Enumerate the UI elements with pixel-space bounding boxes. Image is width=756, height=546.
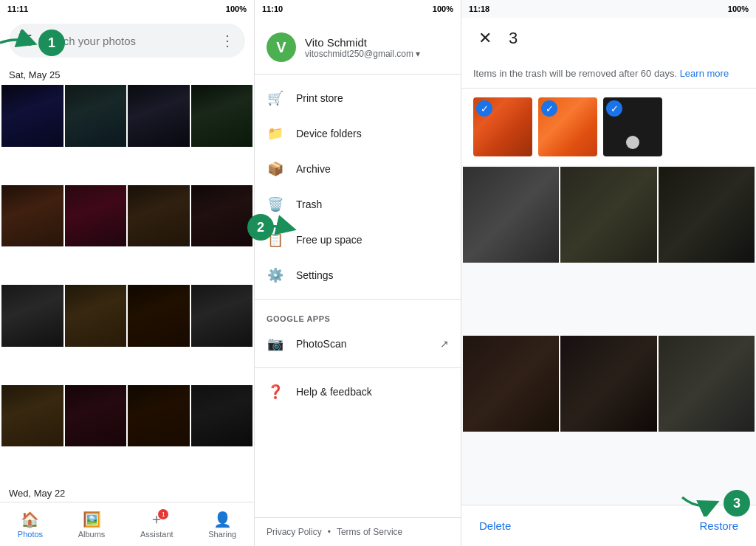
trash-header: ✕ 3 [461,18,756,59]
photo-cell[interactable] [65,385,127,447]
learn-more-link[interactable]: Learn more [680,68,729,79]
selected-thumb-1[interactable]: ✓ [473,97,532,156]
trash-photo-cell[interactable] [659,336,755,432]
terms-link[interactable]: Terms of Service [337,527,402,537]
check-icon-1: ✓ [476,100,492,117]
selected-photos-row: ✓ ✓ ✓ [461,89,756,165]
badge-3: 3 [724,490,750,516]
trash-label: Trash [296,198,322,210]
restore-button[interactable]: Restore [699,519,738,532]
print-store-icon: 🛒 [267,89,284,107]
battery-1: 100% [226,4,247,13]
trash-photo-grid [461,165,756,505]
user-info: Vito Schmidt vitoschmidt250@gmail.com ▾ [305,36,449,59]
photo-cell[interactable] [65,85,127,147]
badge-1: 1 [38,30,65,56]
trash-info-bar: Items in the trash will be removed after… [461,59,756,89]
bottom-nav: 🏠 Photos 🖼️ Albums ＋ 1 Assistant 👤 Shari… [0,502,254,546]
menu-item-photoscan[interactable]: 📷 PhotoScan ↗ [255,326,461,362]
menu-item-print-store[interactable]: 🛒 Print store [255,80,461,116]
selected-thumb-3[interactable]: ✓ [603,97,662,156]
external-link-icon: ↗ [440,338,449,350]
photo-grid [0,83,254,485]
battery-3: 100% [728,4,749,13]
nav-photos[interactable]: 🏠 Photos [9,508,52,542]
photo-cell[interactable] [128,85,190,147]
badge-2: 2 [247,214,274,241]
photo-cell[interactable] [191,185,253,247]
time-1: 11:11 [7,4,28,13]
nav-albums-label: Albums [78,530,106,539]
battery-2: 100% [433,4,453,13]
close-icon: ✕ [478,29,492,48]
nav-sharing-label: Sharing [208,530,236,539]
dropdown-icon[interactable]: ▾ [416,49,420,59]
photo-cell[interactable] [65,185,127,247]
footer-dot: • [328,527,331,537]
menu-footer: Privacy Policy • Terms of Service [255,517,461,546]
menu-items-list: 🛒 Print store 📁 Device folders 📦 Archive… [255,75,461,517]
photoscan-icon: 📷 [267,335,284,353]
albums-icon: 🖼️ [83,511,100,528]
search-input[interactable] [40,35,213,47]
photos-icon: 🏠 [21,511,39,528]
delete-button[interactable]: Delete [479,519,511,532]
trash-selected-count: 3 [509,29,744,48]
privacy-policy-link[interactable]: Privacy Policy [267,527,322,537]
trash-icon: 🗑️ [267,196,284,213]
status-bar-3: 11:18 100% [461,0,756,18]
google-apps-title: GOOGLE APPS [255,305,461,326]
assistant-icon: ＋ 1 [148,511,165,528]
photo-cell[interactable] [1,285,63,347]
menu-item-help[interactable]: ❓ Help & feedback [255,374,461,410]
check-icon-3: ✓ [606,100,622,117]
photo-cell[interactable] [128,185,190,247]
help-icon: ❓ [267,383,284,401]
user-avatar: V [267,32,296,62]
user-email: vitoschmidt250@gmail.com ▾ [305,49,449,59]
photo-cell[interactable] [128,285,190,347]
trash-photo-cell[interactable] [659,167,755,263]
status-bar-2: 11:10 100% [255,0,461,18]
photo-cell[interactable] [191,285,253,347]
status-bar-1: 11:11 100% [0,0,254,18]
archive-icon: 📦 [267,160,284,178]
assistant-badge: 1 [158,509,168,519]
photo-cell[interactable] [1,85,63,147]
sharing-icon: 👤 [213,511,231,528]
menu-item-device-folders[interactable]: 📁 Device folders [255,116,461,151]
archive-label: Archive [296,163,331,175]
user-name: Vito Schmidt [305,36,449,49]
trash-photo-cell[interactable] [463,336,559,432]
photo-cell[interactable] [1,185,63,247]
panel2-menu: 11:10 100% V Vito Schmidt vitoschmidt250… [255,0,461,546]
check-icon-2: ✓ [541,100,557,117]
photoscan-label: PhotoScan [296,338,347,350]
nav-assistant[interactable]: ＋ 1 Assistant [131,508,182,542]
menu-item-archive[interactable]: 📦 Archive [255,151,461,187]
annotation-1: 1 [0,30,65,56]
nav-albums[interactable]: 🖼️ Albums [69,508,114,542]
settings-icon: ⚙️ [267,266,284,284]
trash-photo-cell[interactable] [463,167,559,263]
panel3-trash: 11:18 100% ✕ 3 Items in the trash will b… [461,0,756,546]
annotation-2: 2 [247,214,299,243]
arrow-1-svg [0,30,38,56]
trash-info-text: Items in the trash will be removed after… [473,68,677,79]
menu-item-settings[interactable]: ⚙️ Settings [255,258,461,293]
photo-cell[interactable] [191,385,253,447]
print-store-label: Print store [296,92,343,104]
settings-label: Settings [296,269,334,281]
more-options-icon[interactable]: ⋮ [220,32,235,49]
trash-photo-cell[interactable] [560,336,656,432]
photo-cell[interactable] [128,385,190,447]
nav-sharing[interactable]: 👤 Sharing [199,508,245,542]
photo-cell[interactable] [1,385,63,447]
user-header: V Vito Schmidt vitoschmidt250@gmail.com … [255,18,461,75]
selected-thumb-2[interactable]: ✓ [538,97,597,156]
photo-cell[interactable] [191,85,253,147]
close-button[interactable]: ✕ [473,27,497,50]
photo-cell[interactable] [65,285,127,347]
menu-divider [255,299,461,300]
trash-photo-cell[interactable] [560,167,656,263]
